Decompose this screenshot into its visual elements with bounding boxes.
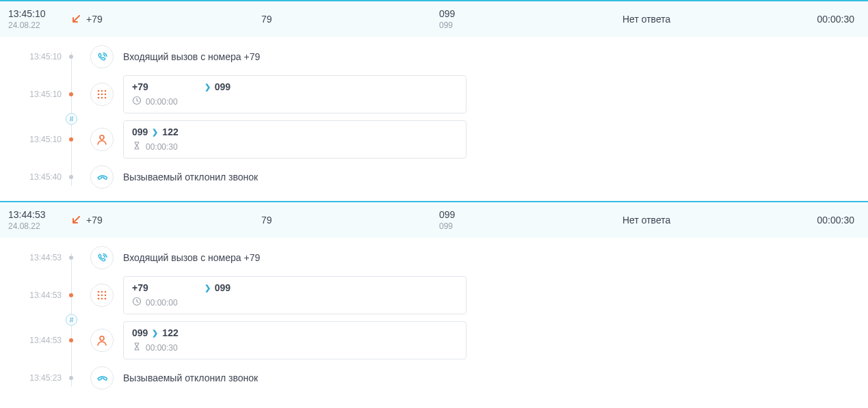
timeline-step: 13:45:23Вызываемый отклонил звонок: [8, 366, 868, 390]
summary-to-sub: 099: [439, 21, 622, 30]
routing-card[interactable]: +79❯09900:00:00: [123, 276, 466, 314]
route-duration: 00:00:30: [146, 142, 178, 152]
timeline-dot: [68, 256, 90, 260]
route-to: 099: [215, 282, 231, 293]
hourglass-icon: [132, 141, 142, 152]
timeline-step: 13:45:10+79❯09900:00:00: [8, 75, 868, 113]
route-from: 099: [132, 126, 148, 137]
step-text: Вызываемый отклонил звонок: [123, 172, 258, 182]
summary-via: 79: [261, 14, 272, 25]
step-text: Входящий вызов с номера +79: [123, 252, 260, 263]
call-detail-area: #13:44:53Входящий вызов с номера +7913:4…: [0, 238, 868, 402]
summary-status: Нет ответа: [622, 215, 670, 226]
route-to: 099: [215, 81, 231, 92]
summary-time-col: 13:44:5324.08.22: [8, 209, 68, 231]
summary-time: 13:44:53: [8, 209, 68, 220]
summary-duration: 00:00:30: [817, 215, 855, 226]
step-time: 13:45:10: [8, 135, 68, 144]
routing-card-line1: 099❯122: [132, 327, 458, 338]
chevron-right-icon: ❯: [205, 284, 211, 293]
summary-to-col: 099099: [439, 8, 622, 30]
summary-from: +79: [86, 215, 103, 226]
step-time: 13:44:53: [8, 336, 68, 345]
hourglass-icon: [132, 342, 142, 353]
summary-duration: 00:00:30: [817, 14, 855, 25]
step-time: 13:45:23: [8, 373, 68, 383]
routing-card-line1: +79❯099: [132, 282, 458, 293]
summary-date: 24.08.22: [8, 221, 68, 231]
incoming-arrow-icon: [68, 15, 83, 23]
routing-card[interactable]: +79❯09900:00:00: [123, 75, 466, 113]
timeline-dot: [68, 137, 90, 141]
call-block: 13:45:1024.08.22+7979099099Нет ответа00:…: [0, 0, 868, 201]
dialpad-icon: [90, 83, 114, 106]
route-duration: 00:00:00: [146, 97, 178, 107]
call-detail-area: #13:45:10Входящий вызов с номера +7913:4…: [0, 37, 868, 201]
chevron-right-icon: ❯: [152, 329, 158, 338]
summary-from: +79: [86, 14, 103, 25]
timeline-step: 13:44:53099❯12200:00:30: [8, 321, 868, 359]
timeline-step: 13:44:53Входящий вызов с номера +79: [8, 246, 868, 269]
dialpad-icon: [90, 284, 114, 307]
step-time: 13:45:10: [8, 90, 68, 99]
phone-down-icon: [90, 165, 114, 189]
timeline-step: 13:45:10099❯12200:00:30: [8, 120, 868, 159]
summary-time: 13:45:10: [8, 8, 68, 19]
call-summary-row[interactable]: 13:44:5324.08.22+7979099099Нет ответа00:…: [0, 202, 868, 238]
timeline-step: 13:45:40Вызываемый отклонил звонок: [8, 165, 868, 189]
timeline-step: 13:44:53+79❯09900:00:00: [8, 276, 868, 314]
hash-badge[interactable]: #: [66, 113, 77, 125]
routing-card-line2: 00:00:00: [132, 297, 458, 308]
chevron-right-icon: ❯: [152, 128, 158, 137]
timeline-dot: [68, 175, 90, 179]
summary-to-sub: 099: [439, 221, 622, 231]
call-block: 13:44:5324.08.22+7979099099Нет ответа00:…: [0, 201, 868, 402]
routing-card-line2: 00:00:30: [132, 342, 458, 353]
summary-to: 099: [439, 209, 622, 220]
step-time: 13:45:10: [8, 52, 68, 62]
route-from: 099: [132, 327, 148, 338]
routing-card[interactable]: 099❯12200:00:30: [123, 120, 466, 159]
step-text: Вызываемый отклонил звонок: [123, 372, 258, 383]
summary-date: 24.08.22: [8, 21, 68, 30]
phone-down-icon: [90, 366, 114, 390]
step-text: Входящий вызов с номера +79: [123, 51, 260, 62]
phone-ring-icon: [90, 45, 114, 68]
routing-card[interactable]: 099❯12200:00:30: [123, 321, 466, 359]
route-to: 122: [162, 327, 178, 338]
routing-card-line1: 099❯122: [132, 126, 458, 137]
step-time: 13:44:53: [8, 253, 68, 262]
route-from: +79: [132, 282, 148, 293]
routing-card-line1: +79❯099: [132, 81, 458, 92]
timeline-dot: [68, 92, 90, 96]
summary-via: 79: [261, 215, 272, 226]
chevron-right-icon: ❯: [205, 83, 211, 92]
timeline-dot: [68, 376, 90, 380]
phone-ring-icon: [90, 246, 114, 269]
route-to: 122: [162, 126, 178, 137]
clock-icon: [132, 297, 142, 308]
incoming-arrow-icon: [68, 216, 83, 224]
call-summary-row[interactable]: 13:45:1024.08.22+7979099099Нет ответа00:…: [0, 1, 868, 37]
summary-to-col: 099099: [439, 209, 622, 231]
timeline-dot: [68, 293, 90, 297]
route-duration: 00:00:30: [146, 343, 178, 353]
routing-card-line2: 00:00:30: [132, 141, 458, 152]
summary-to: 099: [439, 8, 622, 19]
timeline-dot: [68, 55, 90, 59]
step-time: 13:44:53: [8, 290, 68, 300]
route-duration: 00:00:00: [146, 298, 178, 308]
step-time: 13:45:40: [8, 172, 68, 182]
summary-time-col: 13:45:1024.08.22: [8, 8, 68, 30]
hash-badge[interactable]: #: [66, 314, 77, 326]
timeline-step: 13:45:10Входящий вызов с номера +79: [8, 45, 868, 68]
route-from: +79: [132, 81, 148, 92]
person-icon: [90, 329, 114, 352]
summary-status: Нет ответа: [622, 14, 670, 25]
timeline-dot: [68, 338, 90, 342]
clock-icon: [132, 96, 142, 107]
routing-card-line2: 00:00:00: [132, 96, 458, 107]
person-icon: [90, 128, 114, 151]
